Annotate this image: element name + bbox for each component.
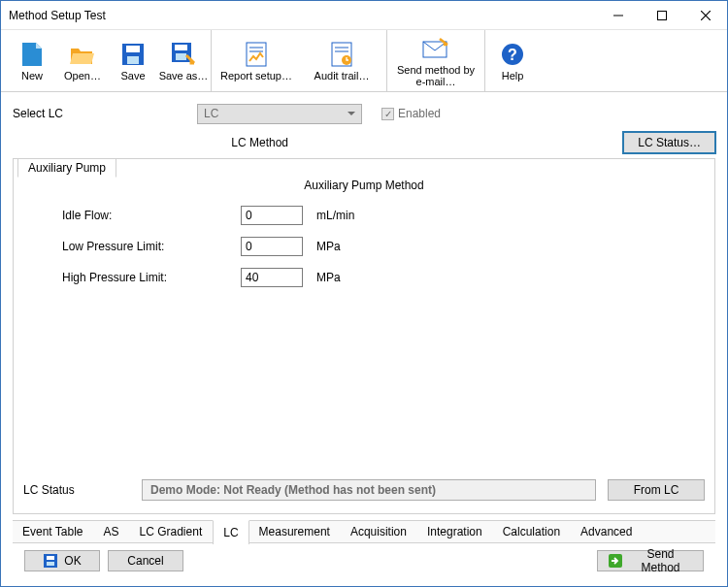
help-label: Help (502, 70, 524, 82)
help-icon: ? (499, 41, 526, 68)
tab-lc-gradient[interactable]: LC Gradient (130, 521, 214, 542)
idle-flow-label: Idle Flow: (23, 209, 237, 222)
save-label: Save (120, 70, 145, 82)
lc-status-text: Demo Mode: Not Ready (Method has not bee… (142, 479, 596, 501)
toolbar-group-report: Report setup… Audit trail… (212, 30, 387, 91)
idle-flow-unit: mL/min (316, 209, 354, 222)
audit-trail-button[interactable]: Audit trail… (299, 30, 384, 91)
ok-label: OK (64, 554, 81, 568)
select-lc-row: Select LC LC ✓ Enabled (13, 100, 715, 127)
tab-event-table[interactable]: Event Table (13, 521, 94, 542)
new-label: New (21, 70, 43, 82)
idle-flow-input[interactable] (241, 206, 303, 225)
lc-status-label: LC Status (23, 483, 130, 497)
form-area: Idle Flow: mL/min Low Pressure Limit: MP… (23, 200, 705, 476)
select-lc-label: Select LC (13, 107, 187, 120)
new-file-icon (18, 41, 46, 68)
svg-text:?: ? (508, 47, 517, 63)
high-press-input[interactable] (241, 268, 303, 287)
saveas-label: Save as… (159, 70, 209, 82)
cancel-button[interactable]: Cancel (108, 550, 183, 571)
aux-pump-panel-title: Auxiliary Pump Method (23, 179, 705, 192)
svg-rect-22 (47, 562, 54, 566)
svg-rect-21 (47, 556, 54, 560)
help-button[interactable]: ? Help (487, 30, 538, 91)
svg-rect-1 (657, 11, 666, 19)
open-button[interactable]: Open… (57, 30, 108, 91)
bottom-tabstrip: Event TableASLC GradientLCMeasurementAcq… (13, 520, 715, 543)
window-title: Method Setup Test (9, 9, 596, 22)
minimize-button[interactable] (596, 1, 640, 29)
toolbar: New Open… Save Save as… Report setup… (1, 30, 727, 92)
from-lc-button[interactable]: From LC (608, 479, 705, 501)
save-small-icon (43, 553, 58, 569)
lc-select-combo[interactable]: LC (197, 104, 362, 124)
svg-rect-10 (247, 43, 266, 66)
lc-status-row: LC Status Demo Mode: Not Ready (Method h… (23, 476, 705, 504)
titlebar: Method Setup Test (1, 1, 727, 30)
send-label: Send Method (628, 547, 693, 574)
lc-select-value: LC (204, 107, 218, 120)
tab-integration[interactable]: Integration (417, 521, 493, 542)
close-button[interactable] (683, 1, 727, 29)
saveas-icon (170, 41, 197, 68)
content: Select LC LC ✓ Enabled LC Method LC Stat… (1, 92, 727, 586)
mail-icon (422, 35, 449, 62)
lc-status-button[interactable]: LC Status… (623, 132, 715, 153)
enabled-checkbox[interactable]: ✓ Enabled (381, 107, 441, 120)
footer: OK Cancel Send Method (13, 543, 715, 578)
high-press-label: High Pressure Limit: (23, 271, 237, 284)
new-button[interactable]: New (7, 30, 57, 91)
toolbar-group-help: ? Help (485, 30, 540, 91)
audit-icon (328, 41, 355, 68)
report-setup-button[interactable]: Report setup… (214, 30, 299, 91)
tab-measurement[interactable]: Measurement (249, 521, 341, 542)
tab-calculation[interactable]: Calculation (493, 521, 571, 542)
svg-rect-9 (176, 53, 186, 60)
low-press-unit: MPa (316, 240, 341, 253)
send-email-button[interactable]: Send method by e-mail… (389, 30, 482, 91)
tab-lc[interactable]: LC (213, 520, 248, 544)
aux-pump-tab[interactable]: Auxiliary Pump (17, 158, 116, 178)
aux-pump-panel: Auxiliary Pump Auxiliary Pump Method Idl… (13, 158, 715, 514)
save-button[interactable]: Save (108, 30, 158, 91)
maximize-button[interactable] (640, 1, 683, 29)
high-press-row: High Pressure Limit: MPa (23, 262, 705, 293)
report-icon (243, 41, 270, 68)
low-press-input[interactable] (241, 237, 303, 256)
toolbar-group-file: New Open… Save Save as… (5, 30, 212, 91)
send-arrow-icon (608, 553, 622, 569)
open-label: Open… (64, 70, 101, 82)
method-title: LC Method (13, 136, 623, 149)
report-label: Report setup… (220, 70, 292, 82)
check-icon: ✓ (381, 108, 394, 120)
tab-advanced[interactable]: Advanced (571, 521, 643, 542)
save-icon (119, 41, 147, 68)
method-header-row: LC Method LC Status… (13, 129, 715, 156)
sendmail-label: Send method by e-mail… (397, 64, 475, 87)
saveas-button[interactable]: Save as… (158, 30, 209, 91)
svg-rect-8 (175, 45, 187, 50)
tab-acquisition[interactable]: Acquisition (341, 521, 417, 542)
enabled-label: Enabled (398, 107, 441, 120)
audit-label: Audit trail… (314, 70, 370, 82)
low-press-label: Low Pressure Limit: (23, 240, 237, 253)
tab-as[interactable]: AS (94, 521, 130, 542)
toolbar-group-send: Send method by e-mail… (387, 30, 485, 91)
open-folder-icon (69, 41, 96, 68)
svg-rect-5 (126, 46, 140, 52)
idle-flow-row: Idle Flow: mL/min (23, 200, 705, 231)
ok-button[interactable]: OK (24, 550, 100, 571)
svg-rect-6 (127, 56, 139, 64)
high-press-unit: MPa (316, 271, 341, 284)
low-press-row: Low Pressure Limit: MPa (23, 231, 705, 262)
send-method-button[interactable]: Send Method (597, 550, 704, 571)
